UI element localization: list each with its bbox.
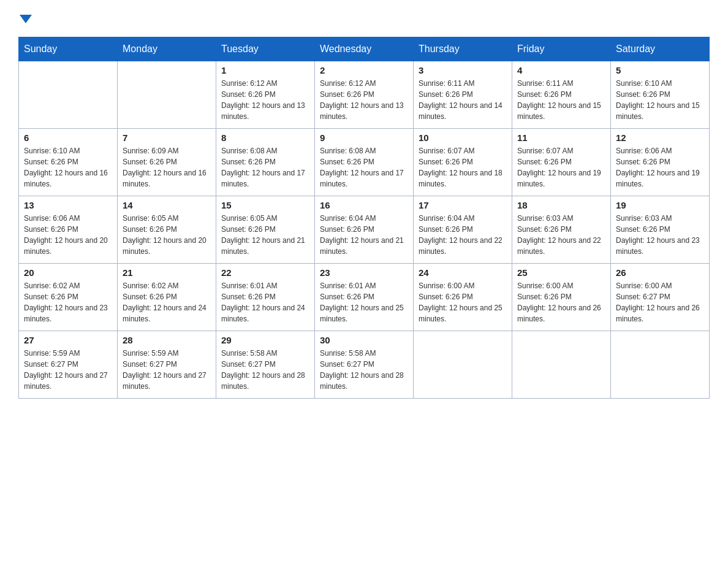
day-number: 13 (24, 200, 112, 210)
calendar-cell: 21Sunrise: 6:02 AM Sunset: 6:26 PM Dayli… (118, 264, 216, 331)
day-number: 24 (419, 267, 507, 278)
day-info: Sunrise: 6:07 AM Sunset: 6:26 PM Dayligh… (517, 145, 605, 190)
day-number: 23 (320, 267, 408, 278)
day-number: 3 (419, 65, 507, 75)
week-row-3: 13Sunrise: 6:06 AM Sunset: 6:26 PM Dayli… (19, 196, 710, 264)
week-row-5: 27Sunrise: 5:59 AM Sunset: 6:27 PM Dayli… (19, 331, 710, 399)
calendar-cell: 2Sunrise: 6:12 AM Sunset: 6:26 PM Daylig… (315, 61, 414, 129)
calendar-cell: 26Sunrise: 6:00 AM Sunset: 6:27 PM Dayli… (611, 264, 710, 331)
day-number: 8 (221, 132, 309, 143)
day-info: Sunrise: 6:12 AM Sunset: 6:26 PM Dayligh… (320, 78, 408, 122)
calendar-cell: 20Sunrise: 6:02 AM Sunset: 6:26 PM Dayli… (19, 264, 118, 331)
calendar-cell: 6Sunrise: 6:10 AM Sunset: 6:26 PM Daylig… (19, 129, 118, 196)
day-info: Sunrise: 6:10 AM Sunset: 6:26 PM Dayligh… (24, 145, 112, 190)
day-number: 27 (24, 335, 112, 345)
day-number: 20 (24, 267, 112, 278)
calendar-cell (19, 61, 118, 129)
calendar-cell: 3Sunrise: 6:11 AM Sunset: 6:26 PM Daylig… (414, 61, 512, 129)
calendar-cell: 4Sunrise: 6:11 AM Sunset: 6:26 PM Daylig… (512, 61, 611, 129)
day-info: Sunrise: 5:58 AM Sunset: 6:27 PM Dayligh… (320, 348, 408, 392)
day-number: 12 (616, 132, 704, 143)
calendar-cell: 11Sunrise: 6:07 AM Sunset: 6:26 PM Dayli… (512, 129, 611, 196)
calendar-cell: 29Sunrise: 5:58 AM Sunset: 6:27 PM Dayli… (216, 331, 315, 399)
day-number: 19 (616, 200, 704, 210)
day-number: 22 (221, 267, 309, 278)
calendar-cell (118, 61, 216, 129)
day-info: Sunrise: 6:04 AM Sunset: 6:26 PM Dayligh… (320, 213, 408, 257)
day-number: 5 (616, 65, 704, 75)
column-header-saturday: Saturday (611, 37, 710, 61)
calendar-cell (512, 331, 611, 399)
week-row-1: 1Sunrise: 6:12 AM Sunset: 6:26 PM Daylig… (19, 61, 710, 129)
calendar-cell: 25Sunrise: 6:00 AM Sunset: 6:26 PM Dayli… (512, 264, 611, 331)
calendar-cell: 10Sunrise: 6:07 AM Sunset: 6:26 PM Dayli… (414, 129, 512, 196)
calendar-cell: 23Sunrise: 6:01 AM Sunset: 6:26 PM Dayli… (315, 264, 414, 331)
day-info: Sunrise: 6:00 AM Sunset: 6:27 PM Dayligh… (616, 280, 704, 324)
week-row-4: 20Sunrise: 6:02 AM Sunset: 6:26 PM Dayli… (19, 264, 710, 331)
column-header-wednesday: Wednesday (315, 37, 414, 61)
day-info: Sunrise: 5:59 AM Sunset: 6:27 PM Dayligh… (24, 348, 112, 392)
day-number: 18 (517, 200, 605, 210)
day-info: Sunrise: 6:01 AM Sunset: 6:26 PM Dayligh… (320, 280, 408, 324)
day-number: 28 (123, 335, 211, 345)
calendar-table: SundayMondayTuesdayWednesdayThursdayFrid… (18, 37, 710, 399)
day-info: Sunrise: 6:04 AM Sunset: 6:26 PM Dayligh… (419, 213, 507, 257)
calendar-cell (414, 331, 512, 399)
calendar-cell: 30Sunrise: 5:58 AM Sunset: 6:27 PM Dayli… (315, 331, 414, 399)
day-number: 25 (517, 267, 605, 278)
calendar-cell: 16Sunrise: 6:04 AM Sunset: 6:26 PM Dayli… (315, 196, 414, 264)
day-info: Sunrise: 6:02 AM Sunset: 6:26 PM Dayligh… (24, 280, 112, 324)
column-header-tuesday: Tuesday (216, 37, 315, 61)
day-number: 21 (123, 267, 211, 278)
calendar-cell: 24Sunrise: 6:00 AM Sunset: 6:26 PM Dayli… (414, 264, 512, 331)
calendar-cell: 15Sunrise: 6:05 AM Sunset: 6:26 PM Dayli… (216, 196, 315, 264)
column-header-sunday: Sunday (19, 37, 118, 61)
day-info: Sunrise: 6:00 AM Sunset: 6:26 PM Dayligh… (419, 280, 507, 324)
day-number: 30 (320, 335, 408, 345)
day-number: 1 (221, 65, 309, 75)
day-info: Sunrise: 6:05 AM Sunset: 6:26 PM Dayligh… (123, 213, 211, 257)
day-number: 10 (419, 132, 507, 143)
day-number: 29 (221, 335, 309, 345)
column-header-thursday: Thursday (414, 37, 512, 61)
day-number: 6 (24, 132, 112, 143)
calendar-cell: 27Sunrise: 5:59 AM Sunset: 6:27 PM Dayli… (19, 331, 118, 399)
day-info: Sunrise: 6:08 AM Sunset: 6:26 PM Dayligh… (221, 145, 309, 190)
day-number: 7 (123, 132, 211, 143)
day-number: 4 (517, 65, 605, 75)
column-header-monday: Monday (118, 37, 216, 61)
week-row-2: 6Sunrise: 6:10 AM Sunset: 6:26 PM Daylig… (19, 129, 710, 196)
day-number: 26 (616, 267, 704, 278)
day-info: Sunrise: 6:10 AM Sunset: 6:26 PM Dayligh… (616, 78, 704, 122)
calendar-cell: 8Sunrise: 6:08 AM Sunset: 6:26 PM Daylig… (216, 129, 315, 196)
day-info: Sunrise: 6:08 AM Sunset: 6:26 PM Dayligh… (320, 145, 408, 190)
day-number: 2 (320, 65, 408, 75)
day-info: Sunrise: 6:11 AM Sunset: 6:26 PM Dayligh… (419, 78, 507, 122)
calendar-cell: 5Sunrise: 6:10 AM Sunset: 6:26 PM Daylig… (611, 61, 710, 129)
logo-triangle-icon (20, 12, 32, 25)
page-header (18, 12, 710, 25)
svg-marker-0 (20, 15, 32, 23)
day-number: 9 (320, 132, 408, 143)
calendar-cell: 19Sunrise: 6:03 AM Sunset: 6:26 PM Dayli… (611, 196, 710, 264)
calendar-cell: 7Sunrise: 6:09 AM Sunset: 6:26 PM Daylig… (118, 129, 216, 196)
day-number: 17 (419, 200, 507, 210)
calendar-cell: 22Sunrise: 6:01 AM Sunset: 6:26 PM Dayli… (216, 264, 315, 331)
logo (18, 12, 32, 25)
day-info: Sunrise: 6:06 AM Sunset: 6:26 PM Dayligh… (24, 213, 112, 257)
calendar-cell (611, 331, 710, 399)
calendar-cell: 14Sunrise: 6:05 AM Sunset: 6:26 PM Dayli… (118, 196, 216, 264)
day-number: 16 (320, 200, 408, 210)
day-info: Sunrise: 6:11 AM Sunset: 6:26 PM Dayligh… (517, 78, 605, 122)
header-row: SundayMondayTuesdayWednesdayThursdayFrid… (19, 37, 710, 61)
day-info: Sunrise: 6:12 AM Sunset: 6:26 PM Dayligh… (221, 78, 309, 122)
day-number: 11 (517, 132, 605, 143)
calendar-cell: 18Sunrise: 6:03 AM Sunset: 6:26 PM Dayli… (512, 196, 611, 264)
day-info: Sunrise: 6:02 AM Sunset: 6:26 PM Dayligh… (123, 280, 211, 324)
calendar-cell: 17Sunrise: 6:04 AM Sunset: 6:26 PM Dayli… (414, 196, 512, 264)
day-info: Sunrise: 6:01 AM Sunset: 6:26 PM Dayligh… (221, 280, 309, 324)
day-info: Sunrise: 6:07 AM Sunset: 6:26 PM Dayligh… (419, 145, 507, 190)
day-info: Sunrise: 6:00 AM Sunset: 6:26 PM Dayligh… (517, 280, 605, 324)
calendar-cell: 28Sunrise: 5:59 AM Sunset: 6:27 PM Dayli… (118, 331, 216, 399)
day-number: 15 (221, 200, 309, 210)
